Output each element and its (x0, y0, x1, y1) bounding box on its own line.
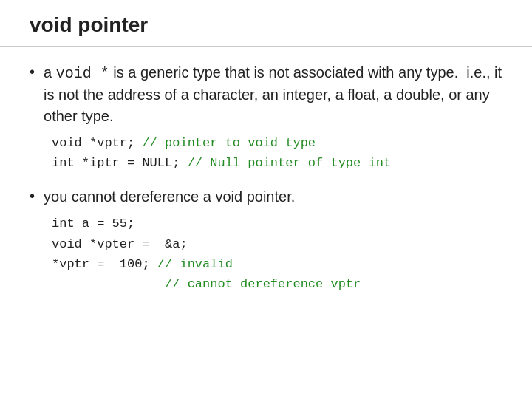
code-line-4: void *vpter = &a; (52, 234, 502, 254)
code-line-2-comment: // Null pointer of type int (180, 156, 391, 170)
code-line-6-comment: // cannot dereference vptr (165, 277, 361, 291)
slide-container: void pointer • a void * is a generic typ… (0, 0, 532, 399)
code-line-2-text: int *iptr = NULL; (52, 156, 180, 170)
code-line-3: int a = 55; (52, 214, 502, 233)
bullet-text-1: a void * is a generic type that is not a… (44, 62, 502, 127)
code-line-3-text: int a = 55; (52, 216, 134, 231)
title-bar: void pointer (0, 0, 532, 47)
code-block-1: void *vptr; // pointer to void type int … (52, 133, 502, 173)
code-line-6: // cannot dereference vptr (52, 274, 502, 294)
bullet-dot-1: • (30, 64, 35, 81)
void-star-code: void * (56, 65, 109, 82)
code-line-4-text: void *vpter = &a; (52, 237, 188, 251)
bullet-item-2: • you cannot dereference a void pointer. (30, 186, 502, 208)
slide-title: void pointer (30, 13, 148, 36)
code-line-5-comment: // invalid (150, 257, 233, 271)
code-line-5-text: *vptr = 100; (52, 257, 150, 271)
code-line-1: void *vptr; // pointer to void type (52, 133, 502, 153)
code-line-6-spacer (52, 277, 165, 291)
code-line-5: *vptr = 100; // invalid (52, 254, 502, 274)
bullet-text-2: you cannot dereference a void pointer. (44, 186, 295, 208)
bullet-dot-2: • (30, 188, 35, 205)
code-block-2: int a = 55; void *vpter = &a; *vptr = 10… (52, 214, 502, 294)
code-line-1-text: void *vptr; (52, 136, 134, 150)
code-line-1-comment: // pointer to void type (134, 136, 316, 150)
bullet-item-1: • a void * is a generic type that is not… (30, 62, 502, 127)
bullet-section-2: • you cannot dereference a void pointer.… (30, 186, 502, 294)
bullet-section-1: • a void * is a generic type that is not… (30, 62, 502, 173)
content-area: • a void * is a generic type that is not… (0, 47, 532, 399)
code-line-2: int *iptr = NULL; // Null pointer of typ… (52, 153, 502, 173)
